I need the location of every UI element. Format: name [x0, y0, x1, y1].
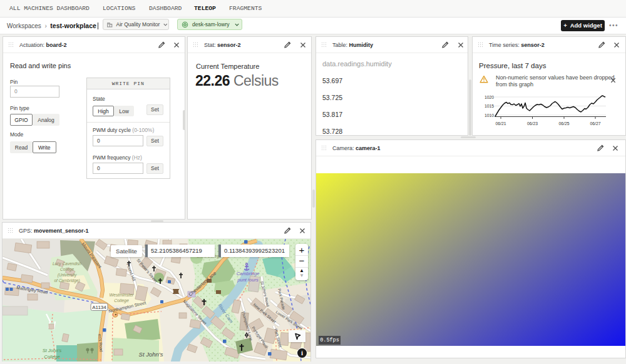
svg-text:1020: 1020	[485, 95, 494, 99]
svg-text:of Cambridge): of Cambridge)	[54, 278, 80, 283]
svg-text:St John's: St John's	[139, 351, 163, 358]
svg-text:College: College	[114, 298, 129, 303]
svg-text:Cambridge: Cambridge	[237, 271, 260, 276]
svg-text:1015: 1015	[485, 104, 494, 108]
svg-text:A1134: A1134	[92, 305, 106, 310]
svg-text:(University: (University	[58, 273, 77, 278]
svg-text:Westminster: Westminster	[110, 293, 134, 297]
svg-text:Lucy Cavendish: Lucy Cavendish	[53, 261, 82, 266]
svg-text:06/21: 06/21	[495, 121, 506, 126]
svg-text:06/23: 06/23	[527, 121, 538, 126]
svg-text:06/27: 06/27	[590, 121, 600, 126]
svg-text:06/25: 06/25	[558, 121, 569, 126]
svg-text:St John's: St John's	[43, 348, 62, 353]
svg-text:1010: 1010	[485, 113, 494, 118]
svg-text:College: College	[44, 354, 59, 360]
svg-text:College: College	[60, 267, 74, 272]
svg-text:punt tours: punt tours	[237, 277, 259, 283]
